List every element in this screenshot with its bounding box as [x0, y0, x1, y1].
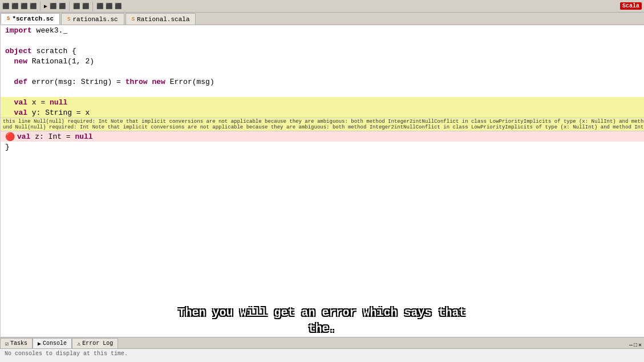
code-text-6a — [5, 78, 14, 86]
toolbar-separator-2 — [69, 2, 70, 11]
code-line-10: 🔴 val z: Int = null — [1, 131, 644, 142]
keyword-null-8: null — [50, 98, 67, 107]
code-text-8a — [5, 98, 14, 107]
code-text-6c — [148, 78, 152, 86]
tab-icon-rational: S — [132, 17, 135, 22]
console-icon: ▶ — [38, 340, 41, 347]
code-text-9a — [5, 108, 14, 117]
code-text-9b: y: String = x — [27, 108, 90, 117]
tab-label-rational: Rational.scala — [137, 16, 189, 23]
app-window: ⬛ ⬛ ⬛ ⬛ ▶ ⬛ ⬛ ⬛ ⬛ ⬛ ⬛ ⬛ Scala Pa ≡ ✕ ▶ 📁… — [0, 0, 644, 362]
bottom-panel: ☑ Tasks ▶ Console ⚠ Error Log — □ ✕ No c… — [0, 337, 644, 362]
toolbar: ⬛ ⬛ ⬛ ⬛ ▶ ⬛ ⬛ ⬛ ⬛ ⬛ ⬛ ⬛ — [0, 0, 644, 13]
code-line-1: import week3._ — [1, 25, 644, 35]
toolbar-icon-7: ⬛ — [59, 3, 66, 10]
scala-logo: Scala — [620, 2, 642, 10]
tasks-icon: ☑ — [5, 340, 9, 347]
console-message: No consoles to display at this time. — [5, 351, 128, 357]
code-text-6b: error(msg: String) = — [27, 78, 125, 86]
keyword-val-10: val — [17, 132, 30, 141]
code-text-8b: x = — [27, 98, 50, 107]
tab-error-log[interactable]: ⚠ Error Log — [72, 338, 118, 348]
error-line-1: this line Null(null) required: Int Note … — [3, 119, 644, 124]
code-text-6d: Error(msg) — [165, 78, 214, 86]
tab-bar: S *scratch.sc S rationals.sc S Rational.… — [1, 13, 644, 25]
code-text-10b: z: Int = — [30, 132, 75, 141]
editor-area: S *scratch.sc S rationals.sc S Rational.… — [1, 13, 644, 337]
bottom-tab-bar: ☑ Tasks ▶ Console ⚠ Error Log — □ ✕ — [0, 337, 644, 349]
toolbar-icon-12: ⬛ — [115, 3, 121, 10]
toolbar-icon-1: ⬛ — [2, 3, 9, 10]
tab-console[interactable]: ▶ Console — [33, 338, 72, 348]
code-text-11: } — [5, 143, 10, 151]
keyword-val-8: val — [14, 98, 27, 107]
keyword-import: import — [5, 26, 32, 35]
tab-label-rationals: rationals.sc — [72, 16, 118, 23]
keyword-val-9: val — [14, 108, 27, 117]
code-line-2 — [1, 35, 644, 46]
keyword-def: def — [14, 78, 27, 86]
tasks-label: Tasks — [10, 340, 27, 347]
toolbar-separator — [40, 2, 40, 11]
keyword-throw: throw — [125, 78, 148, 86]
keyword-new2: new — [152, 78, 165, 86]
code-text-1: week3._ — [32, 26, 67, 35]
toolbar-separator-3 — [92, 2, 93, 11]
maximize-icon[interactable]: □ — [634, 342, 637, 348]
toolbar-icon-5: ▶ — [44, 3, 47, 10]
code-line-5 — [1, 66, 644, 77]
code-line-3: object scratch { — [1, 46, 644, 56]
tab-icon-rationals: S — [67, 17, 70, 22]
code-line-7 — [1, 87, 644, 97]
tab-rational-scala[interactable]: S Rational.scala — [125, 13, 196, 25]
toolbar-icon-10: ⬛ — [96, 3, 103, 10]
keyword-null-10: null — [75, 132, 92, 141]
toolbar-icon-3: ⬛ — [21, 3, 27, 10]
tab-tasks[interactable]: ☑ Tasks — [0, 338, 33, 348]
code-text-3: scratch { — [32, 47, 76, 55]
keyword-new: new — [14, 57, 27, 66]
toolbar-icon-8: ⬛ — [73, 3, 80, 10]
toolbar-icon-2: ⬛ — [11, 3, 18, 10]
tab-rationals-sc[interactable]: S rationals.sc — [61, 13, 124, 25]
toolbar-icon-6: ⬛ — [50, 3, 56, 10]
code-editor[interactable]: import week3._ object scratch { new Rati… — [1, 25, 644, 337]
tab-scratch-sc[interactable]: S *scratch.sc — [1, 13, 60, 25]
toolbar-icon-11: ⬛ — [106, 3, 112, 10]
toolbar-icon-9: ⬛ — [82, 3, 89, 10]
code-line-9: val y: String = x — [1, 107, 644, 118]
error-marker: 🔴 — [5, 132, 15, 142]
code-line-8: val x = null — [1, 97, 644, 107]
close-icon[interactable]: ✕ — [638, 341, 642, 348]
code-text-4 — [5, 57, 14, 66]
error-line-2: und Null(null) required: Int Note that i… — [3, 124, 644, 130]
code-line-6: def error(msg: String) = throw new Error… — [1, 77, 644, 87]
main-layout: Pa ≡ ✕ ▶ 📁 hello ▼ 📁 progfun ▼ 📁 src ▶ 📁 — [0, 13, 644, 337]
bottom-tab-actions: — □ ✕ — [118, 341, 644, 348]
code-line-4: new Rational(1, 2) — [1, 56, 644, 66]
code-text-4b: Rational(1, 2) — [27, 57, 94, 66]
keyword-object: object — [5, 47, 32, 55]
tab-label-scratch: *scratch.sc — [12, 15, 54, 22]
error-log-label: Error Log — [82, 340, 113, 347]
tab-icon-scratch: S — [7, 16, 10, 22]
toolbar-icon-4: ⬛ — [30, 3, 37, 10]
bottom-content: No consoles to display at this time. — [0, 349, 644, 359]
console-label: Console — [43, 340, 67, 347]
minimize-icon[interactable]: — — [629, 342, 633, 348]
error-bar: this line Null(null) required: Int Note … — [1, 118, 644, 131]
error-log-icon: ⚠ — [77, 340, 80, 347]
code-line-11: } — [1, 142, 644, 152]
